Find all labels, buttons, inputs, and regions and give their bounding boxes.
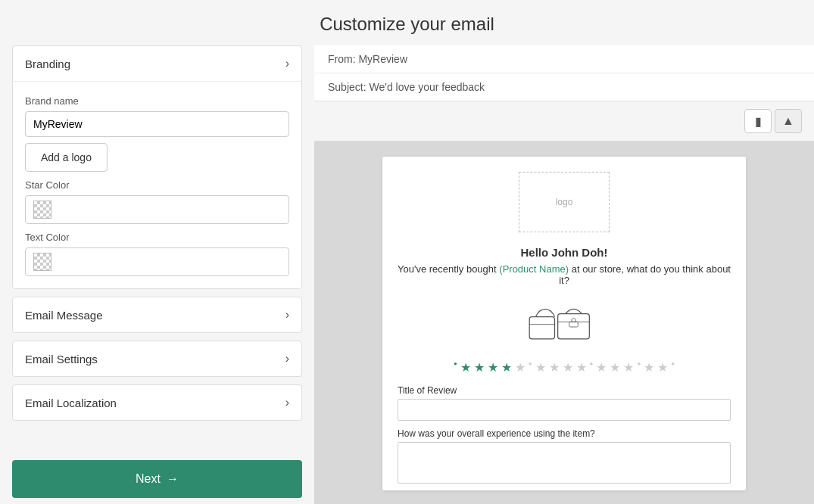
- star-2: ★: [474, 360, 485, 375]
- email-message-chevron-icon: ›: [285, 308, 289, 322]
- experience-label: How was your overall experience using th…: [398, 428, 731, 439]
- product-name-link[interactable]: (Product Name): [499, 263, 569, 275]
- svg-rect-2: [558, 314, 590, 339]
- email-localization-label: Email Localization: [25, 397, 117, 409]
- email-card: logo Hello John Doh! You've recently bou…: [382, 157, 746, 490]
- left-panel: Branding › Brand name Add a logo Star Co…: [0, 45, 314, 504]
- email-settings-chevron-icon: ›: [285, 352, 289, 366]
- text-color-swatch: [33, 253, 51, 271]
- email-message-accordion-header[interactable]: Email Message ›: [13, 297, 301, 332]
- view-toggle-bar: ▮ ▲: [314, 101, 814, 142]
- star-6: ★: [535, 360, 546, 375]
- branding-label: Branding: [25, 58, 70, 70]
- product-illustration-svg: [526, 297, 602, 350]
- star-color-label: Star Color: [25, 179, 289, 191]
- email-logo: logo: [519, 172, 610, 232]
- star-1: ★: [460, 360, 471, 375]
- star-8: ★: [563, 360, 573, 375]
- text-color-input[interactable]: [25, 247, 289, 276]
- star-color-input[interactable]: [25, 195, 289, 224]
- email-localization-chevron-icon: ›: [285, 396, 289, 409]
- tablet-icon: ▮: [755, 114, 762, 129]
- right-panel: From: MyReview Subject: We'd love your f…: [314, 45, 814, 504]
- svg-rect-4: [569, 322, 579, 327]
- title-review-input[interactable]: [398, 399, 731, 421]
- next-button[interactable]: Next →: [12, 460, 302, 498]
- title-review-label: Title of Review: [398, 385, 731, 396]
- email-logo-area: logo: [382, 157, 746, 240]
- branding-accordion: Branding › Brand name Add a logo Star Co…: [12, 45, 302, 289]
- star-rating-row: ● ★ ★ ★ ★ ★ ● ★ ★ ★ ★ ● ★ ★ ★ ● ★: [382, 360, 746, 375]
- star-13: ★: [644, 360, 654, 375]
- email-message-label: Email Message: [25, 309, 103, 322]
- branding-chevron-icon: ›: [285, 57, 289, 70]
- dot-4: ●: [637, 360, 641, 375]
- email-form-section: Title of Review How was your overall exp…: [382, 385, 746, 487]
- add-logo-button[interactable]: Add a logo: [25, 143, 108, 172]
- product-illustration-area: [382, 297, 746, 350]
- email-from: From: MyReview: [314, 45, 814, 73]
- email-body-text: You've recently bought (Product Name) at…: [398, 263, 731, 286]
- star-7: ★: [549, 360, 560, 375]
- page-title: Customize your email: [0, 0, 814, 45]
- star-10: ★: [596, 360, 607, 375]
- dot-5: ●: [671, 360, 675, 375]
- star-color-swatch: [33, 201, 51, 219]
- star-14: ★: [657, 360, 668, 375]
- star-9: ★: [576, 360, 587, 375]
- dot-3: ●: [590, 360, 594, 375]
- text-color-label: Text Color: [25, 232, 289, 243]
- branding-accordion-header[interactable]: Branding ›: [13, 46, 301, 81]
- dot-2: ●: [529, 360, 532, 375]
- email-message-accordion: Email Message ›: [12, 297, 302, 333]
- branding-accordion-body: Brand name Add a logo Star Color Text Co…: [13, 81, 301, 288]
- star-4: ★: [501, 360, 512, 375]
- dot-1: ●: [454, 360, 457, 375]
- brand-name-label: Brand name: [25, 95, 289, 107]
- star-12: ★: [623, 360, 634, 375]
- email-localization-accordion-header[interactable]: Email Localization ›: [13, 385, 301, 420]
- experience-textarea[interactable]: [398, 442, 731, 484]
- star-3: ★: [488, 360, 498, 375]
- email-subject: Subject: We'd love your feedback: [314, 73, 814, 101]
- email-settings-label: Email Settings: [25, 353, 98, 366]
- svg-rect-0: [529, 317, 554, 339]
- star-5: ★: [515, 360, 526, 375]
- brand-name-input[interactable]: [25, 111, 289, 137]
- desktop-icon: ▲: [782, 114, 794, 128]
- desktop-view-button[interactable]: ▲: [775, 109, 802, 133]
- star-11: ★: [610, 360, 620, 375]
- email-settings-accordion: Email Settings ›: [12, 341, 302, 377]
- email-settings-accordion-header[interactable]: Email Settings ›: [13, 341, 301, 376]
- email-localization-accordion: Email Localization ›: [12, 384, 302, 421]
- email-meta: From: MyReview Subject: We'd love your f…: [314, 45, 814, 101]
- tablet-view-button[interactable]: ▮: [744, 109, 772, 133]
- email-preview-area: logo Hello John Doh! You've recently bou…: [314, 142, 814, 504]
- email-greeting: Hello John Doh!: [398, 246, 731, 259]
